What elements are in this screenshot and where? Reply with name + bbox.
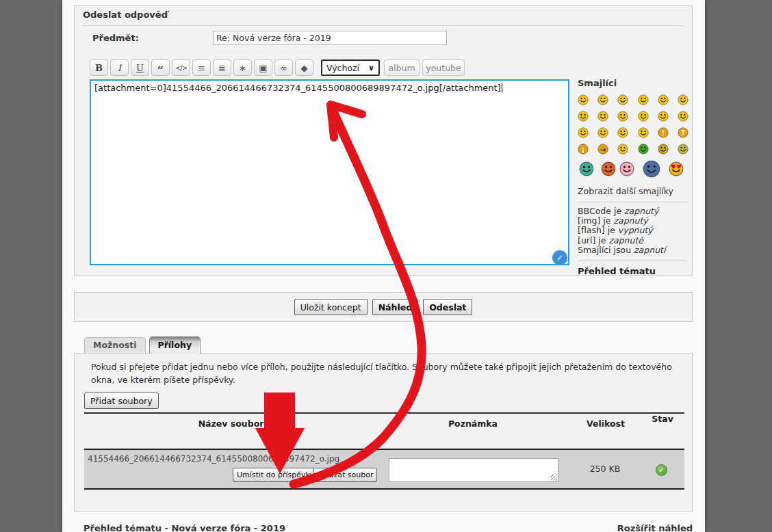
preview-button[interactable]: Náhled [372, 299, 419, 315]
col-header-status: Stav [652, 414, 673, 424]
smiley-shock[interactable] [658, 94, 669, 105]
add-files-button[interactable]: Přidat soubory [84, 393, 159, 409]
smiley-arrow[interactable]: → [597, 144, 608, 155]
smiley-grid: !?¡→ [578, 94, 695, 160]
smiley-neutral[interactable] [678, 111, 689, 122]
attachments-table-border [84, 412, 684, 414]
smiley-gold-smile[interactable] [658, 144, 669, 155]
legend-divider [83, 25, 684, 26]
smiley-blue-dancer[interactable] [643, 160, 660, 178]
comment-resize-handle[interactable] [551, 475, 557, 481]
bbcode-toolbar: BIU“</>≡≣∗▣∞◆ [90, 59, 313, 76]
toolbar-link-button[interactable]: ∞ [274, 59, 293, 76]
compose-legend: Odeslat odpověď [83, 10, 168, 20]
smiley-lol[interactable] [597, 111, 608, 122]
svg-text:!: ! [662, 129, 665, 137]
smiley-heart-eyes[interactable]: ♥♥ [669, 161, 684, 176]
status-ok-icon: ✓ [656, 464, 667, 476]
subject-label: Předmět: [92, 33, 139, 43]
smiley-embarrassed[interactable] [658, 111, 669, 122]
bbcode-status-line: BBCode je zapnutý [578, 207, 695, 216]
subject-input[interactable] [213, 31, 447, 45]
smiley-straight-face[interactable] [617, 144, 628, 155]
divider [578, 202, 687, 202]
toolbar-italic-button[interactable]: I [110, 59, 129, 76]
smiley-grid-large: ♥♥ [578, 161, 695, 181]
smiley-mr-green[interactable] [638, 144, 649, 155]
smiley-mouth-shut[interactable] [617, 111, 628, 122]
smiley-smile[interactable] [597, 94, 608, 105]
smiley-very-happy[interactable] [578, 94, 589, 105]
compose-tabs: Možnosti Přílohy [84, 334, 201, 354]
svg-text:♥: ♥ [676, 163, 682, 170]
font-select-value: Výchozí [326, 63, 359, 73]
smiley-smile-2[interactable] [678, 94, 689, 105]
smilies-panel: Smajlíci !?¡→ ♥♥ Zobrazit další smajlíky… [578, 78, 695, 276]
svg-text:?: ? [681, 129, 685, 137]
topic-review-footer-title: Přehled tématu - Nová verze fóra - 2019 [83, 523, 285, 532]
svg-text:¡: ¡ [582, 146, 584, 153]
smiley-laugh-pink[interactable] [619, 161, 634, 176]
album-button[interactable]: album [384, 59, 420, 76]
message-textarea[interactable]: [attachment=0]41554466_206614466732374_6… [90, 79, 569, 265]
attachment-row: 41554466_206614466732374_614550080068989… [84, 449, 684, 490]
page-sheet: Odeslat odpověď Předmět: BIU“</>≡≣∗▣∞◆ V… [62, 0, 705, 532]
smiley-wink[interactable] [638, 127, 649, 138]
smiley-sad[interactable] [617, 94, 628, 105]
grammar-check-badge-icon[interactable]: ✓ [552, 250, 567, 265]
toolbar-bold-button[interactable]: B [90, 59, 108, 76]
youtube-button[interactable]: youtube [422, 59, 465, 76]
toolbar-quote-button[interactable]: “ [151, 59, 170, 76]
topic-review-heading: Přehled tématu [578, 266, 695, 276]
toolbar-list-item-button[interactable]: ∗ [233, 59, 252, 76]
smiley-cool-orange[interactable] [601, 161, 616, 176]
smiley-razz[interactable] [638, 111, 649, 122]
delete-file-button[interactable]: Smazat soubor [313, 468, 377, 482]
smiley-idea[interactable]: ¡ [578, 144, 589, 155]
toolbar-code-button[interactable]: </> [172, 59, 190, 76]
place-inline-button[interactable]: Umístit do příspěvku [233, 468, 319, 482]
smiley-twisted[interactable] [597, 127, 608, 138]
compose-panel: Odeslat odpověď Předmět: BIU“</>≡≣∗▣∞◆ V… [74, 5, 693, 276]
chevron-down-icon: ∨ [368, 64, 374, 72]
attachments-description: Pokud si přejete přidat jednu nebo více … [91, 360, 678, 386]
tab-attachments[interactable]: Přílohy [149, 336, 201, 354]
toolbar-font-color-button[interactable]: ◆ [295, 59, 313, 76]
smiley-olive-wink[interactable] [678, 144, 689, 155]
smilies-title: Smajlíci [578, 78, 695, 88]
bbcode-status-line: [url] je zapnuté [578, 236, 695, 245]
col-header-size: Velikost [565, 418, 647, 429]
smiley-grin[interactable] [638, 94, 649, 105]
text-caret [502, 83, 502, 92]
smiley-rolleyes[interactable] [617, 127, 628, 138]
bbcode-status-line: [img] je zapnutý [578, 216, 695, 226]
tab-options[interactable]: Možnosti [84, 337, 146, 354]
attachment-filename[interactable]: 41554466_206614466732374_614550080068989… [88, 454, 382, 464]
col-header-filename: Název souboru [143, 418, 325, 429]
submit-button[interactable]: Odeslat [423, 299, 472, 315]
attachments-panel: Pokud si přejete přidat jednu nebo více … [74, 353, 693, 511]
smiley-big-grin-teal[interactable] [579, 161, 594, 176]
file-comment-input[interactable] [389, 458, 558, 482]
submit-bar: Uložit koncept Náhled Odeslat [74, 292, 693, 322]
toolbar-underline-button[interactable]: U [131, 59, 149, 76]
toolbar-list-ordered-button[interactable]: ≣ [213, 59, 231, 76]
smiley-question[interactable]: ? [678, 127, 689, 138]
svg-text:→: → [600, 146, 606, 153]
show-more-smilies-link[interactable]: Zobrazit další smajlíky [578, 186, 695, 196]
attachment-size: 250 KB [571, 464, 639, 474]
font-select[interactable]: Výchozí ∨ [321, 59, 380, 76]
bbcode-status-line: Smajlíci jsou zapnutí [578, 245, 695, 255]
message-text: [attachment=0]41554466_206614466732374_6… [94, 83, 501, 93]
col-header-comment: Poznámka [404, 418, 541, 429]
smiley-exclaim[interactable]: ! [658, 127, 669, 138]
save-draft-button[interactable]: Uložit koncept [294, 299, 368, 315]
divider [578, 261, 687, 261]
smiley-evil[interactable] [578, 127, 589, 138]
bbcode-status: BBCode je zapnutý[img] je zapnutý[flash]… [578, 207, 695, 255]
bbcode-status-line: [flash] je vypnutý [578, 226, 695, 235]
smiley-cool[interactable] [578, 111, 589, 122]
expand-view-link[interactable]: Rozšířit náhled [617, 523, 693, 532]
toolbar-list-bullet-button[interactable]: ≡ [192, 59, 211, 76]
toolbar-image-button[interactable]: ▣ [254, 59, 272, 76]
